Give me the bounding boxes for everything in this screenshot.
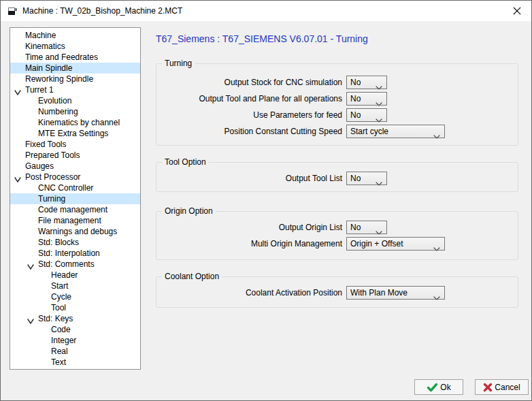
tree-item-fixed-tools[interactable]: Fixed Tools (10, 139, 140, 150)
close-icon[interactable] (512, 5, 522, 16)
chevron-down-icon (433, 130, 440, 142)
tree-item-label: Evolution (38, 96, 71, 106)
ok-button[interactable]: Ok (414, 379, 463, 395)
tree-item-machine[interactable]: Machine (10, 30, 140, 41)
select-value: Start cycle (350, 127, 388, 136)
tree-item-std-comments[interactable]: Std: Comments (10, 259, 140, 270)
group-title: Coolant Option (162, 272, 222, 281)
machine-icon (7, 5, 18, 16)
tree-item-text[interactable]: Text (10, 357, 140, 368)
tree-item-kinematics[interactable]: Kinematics (10, 41, 140, 52)
tree-item-gauges[interactable]: Gauges (10, 161, 140, 172)
tree-item-cnc-controller[interactable]: CNC Controller (10, 182, 140, 193)
chevron-down-icon[interactable] (27, 316, 34, 321)
field-label: Output Tool and Plane for all operations (156, 92, 342, 106)
tree-item-label: Gauges (25, 161, 54, 171)
use-parameters-for-feed-select[interactable]: No (346, 108, 387, 122)
tree-item-label: Turret 1 (25, 85, 54, 95)
tree-item-real[interactable]: Real (10, 346, 140, 357)
tree-item-label: Kinematics (25, 42, 65, 51)
tree-item-label: Post Processor (25, 172, 80, 182)
output-stock-for-cnc-simulation-select[interactable]: No (346, 76, 387, 89)
form-row: Output Tool and Plane for all operations… (156, 92, 518, 106)
select-value: No (350, 78, 361, 87)
select-value: No (350, 94, 361, 103)
x-icon (483, 383, 493, 392)
tree-item-std-interpolation[interactable]: Std: Interpolation (10, 248, 140, 259)
output-origin-list-select[interactable]: No (346, 221, 387, 234)
chevron-down-icon[interactable] (14, 87, 21, 93)
tree-item-label: Std: Interpolation (38, 248, 100, 258)
tree-item-std-keys[interactable]: Std: Keys (10, 313, 140, 324)
group-title: Turning (162, 59, 195, 68)
machine-tree: MachineKinematicsTime and FeedratesMain … (10, 27, 141, 370)
tree-item-label: MTE Extra Settings (38, 129, 108, 138)
page-title: T67_Siemens : T67_SIEMENS V6.07.01 - Tur… (156, 33, 368, 44)
tree-item-label: Main Spindle (25, 63, 72, 73)
tree-item-start[interactable]: Start (10, 280, 140, 291)
form-row: Output Stock for CNC simulationNo (156, 76, 518, 89)
position-constant-cutting-speed-select[interactable]: Start cycle (346, 125, 445, 138)
tree-item-kinematics-by-channel[interactable]: Kinematics by channel (10, 117, 140, 128)
tree-item-cycle[interactable]: Cycle (10, 291, 140, 302)
tree-item-tool[interactable]: Tool (10, 302, 140, 313)
tree-item-main-spindle[interactable]: Main Spindle (10, 63, 140, 74)
chevron-down-icon (433, 242, 440, 255)
tree-item-label: Std: Comments (38, 259, 95, 269)
field-label: Output Origin List (156, 221, 342, 234)
select-value: Origin + Offset (350, 239, 403, 248)
tree-item-label: Numbering (38, 107, 78, 116)
field-label: Use Parameters for feed (156, 108, 342, 122)
tree-item-mte-extra-settings[interactable]: MTE Extra Settings (10, 128, 140, 139)
chevron-down-icon (433, 291, 440, 304)
tree-item-label: Reworking Spindle (25, 74, 93, 84)
cancel-button[interactable]: Cancel (475, 379, 529, 395)
select-value: No (350, 110, 361, 120)
tree-item-code[interactable]: Code (10, 324, 140, 335)
chevron-down-icon[interactable] (27, 261, 34, 267)
field-label: Coolant Activation Position (156, 286, 342, 300)
tree-item-time-and-feedrates[interactable]: Time and Feedrates (10, 52, 140, 63)
window-title: Machine : TW_02b_Bishop_Machine 2.MCT (22, 6, 182, 16)
tree-item-label: Real (51, 347, 68, 356)
group-origin-option: Origin OptionOutput Origin ListNoMulti O… (156, 211, 518, 260)
multi-origin-management-select[interactable]: Origin + Offset (346, 237, 445, 251)
field-label: Multi Origin Management (156, 237, 342, 251)
tree-item-warnings-and-debugs[interactable]: Warnings and debugs (10, 226, 140, 237)
tree-item-file-management[interactable]: File management (10, 215, 140, 226)
ok-button-label: Ok (440, 383, 450, 392)
select-value: No (350, 223, 361, 232)
output-tool-list-select[interactable]: No (346, 172, 387, 185)
tree-item-label: File management (38, 216, 101, 225)
tree-item-turning[interactable]: Turning (10, 193, 140, 204)
tree-item-label: Tool (51, 303, 66, 312)
tree-item-code-management[interactable]: Code management (10, 204, 140, 215)
output-tool-and-plane-for-all-operations-select[interactable]: No (346, 92, 387, 106)
tree-item-label: Header (51, 270, 78, 280)
tree-item-label: Text (51, 357, 66, 367)
form-row: Coolant Activation PositionWith Plan Mov… (156, 286, 518, 300)
tree-item-evolution[interactable]: Evolution (10, 95, 140, 106)
tree-item-header[interactable]: Header (10, 270, 140, 280)
tree-item-label: Code (51, 325, 71, 334)
group-title: Origin Option (162, 206, 216, 216)
tree-item-label: Code management (38, 205, 107, 214)
chevron-down-icon (376, 177, 382, 189)
tree-item-turret-1[interactable]: Turret 1 (10, 84, 140, 95)
tree-item-numbering[interactable]: Numbering (10, 106, 140, 117)
group-turning: TurningOutput Stock for CNC simulationNo… (156, 63, 518, 146)
group-tool-option: Tool OptionOutput Tool ListNo (156, 162, 518, 192)
chevron-down-icon[interactable] (14, 174, 21, 180)
form-row: Position Constant Cutting SpeedStart cyc… (156, 125, 518, 138)
tree-item-reworking-spindle[interactable]: Reworking Spindle (10, 74, 140, 84)
tree-item-label: Start (51, 281, 68, 291)
tree-item-std-blocks[interactable]: Std: Blocks (10, 237, 140, 248)
tree-item-label: Std: Blocks (38, 238, 79, 247)
tree-item-prepared-tools[interactable]: Prepared Tools (10, 150, 140, 161)
tree-item-integer[interactable]: Integer (10, 335, 140, 346)
title-bar: Machine : TW_02b_Bishop_Machine 2.MCT (1, 1, 531, 21)
tree-item-post-processor[interactable]: Post Processor (10, 172, 140, 182)
select-value: No (350, 174, 361, 183)
coolant-activation-position-select[interactable]: With Plan Move (346, 286, 445, 300)
tree-item-label: Fixed Tools (25, 140, 66, 149)
